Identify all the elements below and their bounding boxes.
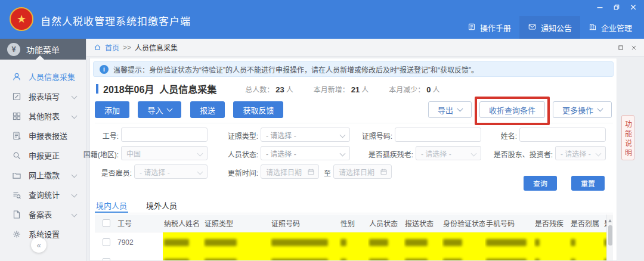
is-employee-select[interactable]: - 请选择 - — [134, 164, 208, 179]
add-button[interactable]: 添加 — [95, 101, 129, 118]
sidebar-item-label: 其他附表 — [29, 110, 60, 122]
stat-total: 总人数：23人 — [245, 84, 293, 94]
tab-foreign-personnel[interactable]: 境外人员 — [145, 196, 178, 213]
table-header: 工号 纳税人姓名 证照类型 证照号码 性别 人员状态 报送状态 身份验证状态 手… — [95, 215, 613, 232]
redacted-cell — [442, 232, 485, 252]
window-controls — [596, 4, 637, 11]
redacted-cell — [270, 232, 339, 252]
national-emblem-logo: ★ — [10, 7, 33, 31]
redacted-cell — [163, 252, 203, 260]
nationality-select[interactable]: 中国 — [121, 146, 208, 160]
row-checkbox[interactable] — [103, 258, 110, 260]
notice-bar: i 温馨提示：身份验证状态为“待验证”的人员不能进行申报操作，请在人员新增或修改… — [93, 61, 614, 77]
submit-button[interactable]: 报送 — [190, 101, 225, 118]
chevron-down-icon — [72, 212, 78, 218]
chevron-down-icon — [340, 132, 346, 138]
tab-domestic-personnel[interactable]: 境内人员 — [95, 196, 128, 213]
col-phone: 手机号码 — [485, 215, 534, 232]
update-date-end[interactable]: 请选择日期 — [333, 164, 392, 179]
menu-enterprise[interactable]: 企业管理 — [580, 16, 640, 39]
minimize-button[interactable] — [596, 4, 603, 11]
import-button[interactable]: 导入 — [138, 101, 181, 118]
table-row[interactable] — [95, 252, 613, 260]
notice-text: 温馨提示：身份验证状态为“待验证”的人员不能进行申报操作，请在人员新增或修改后及… — [113, 64, 478, 74]
function-description-tab[interactable]: 功能说明 — [621, 115, 634, 160]
chevron-down-icon — [197, 169, 203, 175]
id-type-select[interactable]: - 请选择 - — [261, 128, 350, 142]
sidebar-item-label: 系统设置 — [29, 228, 60, 240]
panel-controls — [618, 44, 637, 52]
nationality-label: 国籍(地区): — [77, 149, 119, 159]
title-accent-bar — [96, 84, 98, 94]
sidebar-item-declaration-correction[interactable]: 申报更正 — [0, 145, 86, 165]
export-button[interactable]: 导出 — [428, 101, 472, 118]
menu-manual[interactable]: 操作手册 — [459, 16, 519, 39]
col-emp-no: 工号 — [116, 215, 163, 232]
breadcrumb-home[interactable]: 首页 — [105, 42, 119, 52]
id-number-label: 证照号码: — [348, 130, 392, 141]
stat-removed: 本月减少：0人 — [389, 84, 439, 94]
content-area: 首页 >> 人员信息采集 i 温馨提示：身份验证状态为“待验证”的人员不能进行申… — [86, 39, 644, 261]
disabled-elderly-label: 是否孤疾残老: — [357, 149, 413, 159]
shareholder-label: 是否股东、投资者: — [482, 149, 553, 159]
restore-button[interactable] — [613, 4, 620, 11]
panel-close-button[interactable] — [631, 44, 637, 52]
redacted-cell — [368, 232, 404, 252]
breadcrumb-separator: >> — [123, 44, 131, 52]
is-employee-label: 是否雇员: — [95, 167, 132, 178]
personnel-table: 工号 纳税人姓名 证照类型 证照号码 性别 人员状态 报送状态 身份验证状态 手… — [95, 215, 613, 260]
close-button[interactable] — [630, 4, 637, 11]
sidebar-item-label: 申报表报送 — [29, 130, 67, 141]
sidebar-collapse-button[interactable]: « — [31, 237, 47, 253]
id-number-input[interactable] — [395, 128, 481, 142]
sidebar-item-report-fill[interactable]: 报表填写 — [0, 86, 86, 106]
name-input[interactable] — [519, 128, 606, 142]
emblem-star-icon: ★ — [17, 13, 26, 26]
sidebar-header: ¥ 功能菜单 — [0, 39, 86, 60]
sidebar-item-online-payment[interactable]: 网上缴款 — [0, 165, 86, 185]
redacted-cell — [534, 232, 569, 252]
disabled-elderly-select[interactable]: - 请选择 - — [416, 146, 481, 160]
date-to-label: 至 — [324, 167, 331, 178]
sidebar-item-declaration-submit[interactable]: 申报表报送 — [0, 126, 86, 145]
chevron-down-icon — [596, 151, 602, 157]
update-date-start[interactable]: 请选择日期 — [261, 164, 319, 179]
chevron-down-icon — [72, 172, 78, 178]
menu-notices[interactable]: 通知公告 — [519, 16, 580, 39]
sidebar-item-label: 备案表 — [29, 209, 52, 220]
row-checkbox[interactable] — [103, 238, 110, 246]
redacted-cell — [203, 252, 270, 260]
grid-icon — [12, 111, 21, 121]
get-feedback-button[interactable]: 获取反馈 — [233, 101, 283, 118]
topbar-menu: 操作手册 通知公告 企业管理 — [459, 16, 640, 39]
more-actions-button[interactable]: 更多操作 — [553, 101, 612, 118]
collapse-query-button[interactable]: 收折查询条件 — [479, 101, 545, 118]
titlebar: ★ 自然人税收管理系统扣缴客户端 操作手册 — [0, 0, 644, 39]
table-scrollbar[interactable] — [606, 215, 613, 260]
table-row[interactable]: 7902 — [95, 232, 613, 252]
list-search-icon — [12, 190, 21, 200]
breadcrumb-current: 人员信息采集 — [135, 42, 178, 52]
person-status-select[interactable]: - 请选择 - — [261, 146, 350, 160]
scroll-up-icon[interactable] — [608, 218, 612, 222]
building-icon — [589, 23, 597, 33]
app-window: ★ 自然人税收管理系统扣缴客户端 操作手册 — [0, 0, 644, 261]
doc-send-icon — [12, 131, 21, 141]
sidebar-item-query-statistics[interactable]: 查询统计 — [0, 185, 86, 204]
header-checkbox[interactable] — [103, 219, 110, 227]
employee-no-input[interactable] — [121, 128, 208, 142]
sidebar-item-filing-form[interactable]: 备案表 — [0, 204, 86, 224]
sidebar-item-other-schedules[interactable]: 其他附表 — [0, 106, 86, 126]
menu-manual-label: 操作手册 — [480, 22, 511, 33]
sidebar-item-personnel-info[interactable]: 人员信息采集 — [0, 67, 86, 86]
chevron-down-icon — [167, 106, 173, 112]
panel-maximize-button[interactable] — [618, 44, 624, 52]
col-id-number: 证照号码 — [270, 215, 339, 232]
document-icon — [12, 210, 21, 219]
shareholder-select[interactable]: - 请选择 - — [555, 146, 606, 160]
reset-button[interactable]: 重置 — [571, 176, 605, 191]
query-button[interactable]: 查询 — [524, 176, 557, 191]
breadcrumb: 首页 >> 人员信息采集 — [86, 39, 644, 57]
scrollbar-thumb[interactable] — [608, 225, 612, 246]
person-status-label: 人员状态: — [214, 149, 258, 159]
